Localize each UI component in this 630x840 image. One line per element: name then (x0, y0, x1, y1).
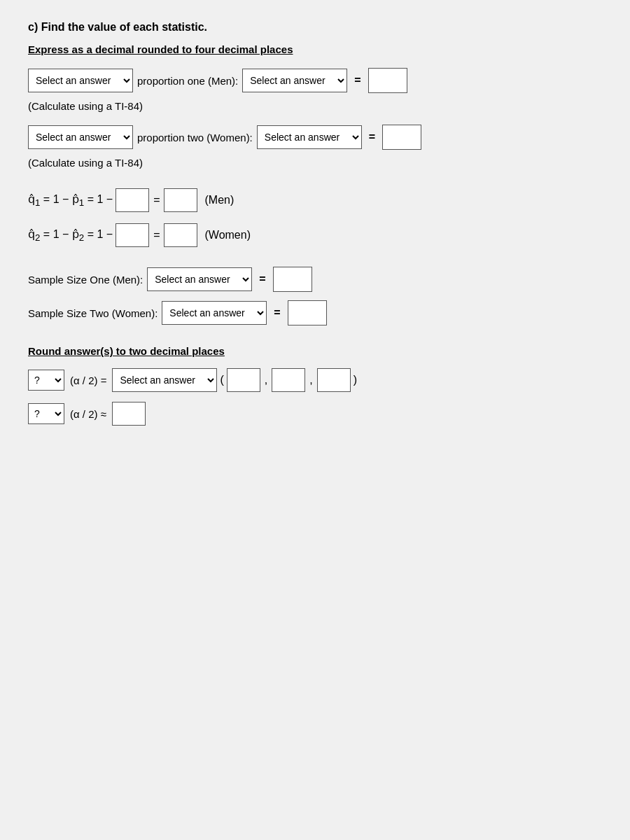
sample-one-equals: = (259, 273, 265, 286)
alpha-approx-box (112, 402, 146, 426)
proportion-two-result-box (382, 125, 421, 150)
sample-two-result-box (288, 300, 327, 326)
alpha-q-select-1[interactable]: ? α β (28, 370, 64, 391)
round-title: Round answer(s) to two decimal places (28, 345, 602, 357)
alpha-answer-select[interactable]: Select an answer z* t* α (112, 368, 217, 392)
sample-one-select[interactable]: Select an answer n₁ n₂ p̂₁ p̂₂ (147, 267, 252, 291)
proportion-one-select-right[interactable]: Select an answer p̂₁ p̂₂ n₁ n₂ (242, 69, 347, 92)
round-section: Round answer(s) to two decimal places ? … (28, 345, 602, 426)
q2-input-box (115, 223, 149, 247)
sample-one-row: Sample Size One (Men): Select an answer … (28, 267, 602, 292)
q1-input-box (115, 188, 149, 212)
alpha-half-label-1: (α / 2) = (70, 374, 106, 386)
sample-one-label: Sample Size One (Men): (28, 274, 143, 286)
alpha-q-select-2[interactable]: ? α β (28, 403, 64, 424)
q2-equals: = (153, 229, 160, 241)
decimal-instruction: Express as a decimal rounded to four dec… (28, 43, 602, 55)
sample-two-equals: = (274, 307, 280, 319)
proportion-one-label: proportion one (Men): (137, 75, 238, 87)
q2-row: q̂2 = 1 − p̂2 = 1 − = (Women) (28, 223, 602, 247)
comma-1: , (265, 374, 267, 386)
calculate-note-1: (Calculate using a TI-84) (28, 100, 602, 112)
comma-2: , (309, 374, 312, 386)
close-paren-1: ) (354, 374, 357, 386)
proportion-one-row: Select an answer p̂₁ p̂₂ n₁ n₂ proportio… (28, 68, 602, 93)
q1-row: q̂1 = 1 − p̂1 = 1 − = (Men) (28, 188, 602, 212)
alpha-half-row-1: ? α β (α / 2) = Select an answer z* t* α… (28, 368, 602, 392)
proportion-two-label: proportion two (Women): (137, 132, 253, 144)
proportion-one-select-left[interactable]: Select an answer p̂₁ p̂₂ n₁ n₂ (28, 69, 133, 92)
q2-formula-text: q̂2 = 1 − p̂2 = 1 − (28, 227, 113, 243)
open-paren-1: ( (220, 374, 223, 386)
page-container: c) Find the value of each statistic. Exp… (0, 0, 630, 840)
math-section: q̂1 = 1 − p̂1 = 1 − = (Men) q̂2 = 1 − p̂… (28, 188, 602, 247)
alpha-half-label-2: (α / 2) ≈ (70, 408, 106, 420)
equals-2: = (369, 131, 375, 144)
alpha-half-row-2: ? α β (α / 2) ≈ (28, 402, 602, 426)
proportion-two-select-right[interactable]: Select an answer p̂₁ p̂₂ n₁ n₂ (257, 125, 362, 149)
sample-two-row: Sample Size Two (Women): Select an answe… (28, 300, 602, 326)
q1-formula-text: q̂1 = 1 − p̂1 = 1 − (28, 192, 113, 208)
q2-result-box (164, 223, 197, 247)
sample-two-label: Sample Size Two (Women): (28, 307, 158, 319)
proportion-two-select-left[interactable]: Select an answer p̂₁ p̂₂ n₁ n₂ (28, 125, 133, 149)
alpha-box-3 (317, 368, 351, 392)
sample-one-result-box (273, 267, 312, 292)
alpha-box-1 (227, 368, 260, 392)
q1-men-label: (Men) (204, 194, 234, 206)
sample-two-select[interactable]: Select an answer n₁ n₂ p̂₁ p̂₂ (162, 301, 267, 325)
q1-result-box (164, 188, 197, 212)
alpha-box-2 (272, 368, 305, 392)
sample-section: Sample Size One (Men): Select an answer … (28, 267, 602, 326)
q1-equals: = (153, 194, 160, 206)
calculate-note-2: (Calculate using a TI-84) (28, 157, 602, 169)
equals-1: = (354, 74, 360, 87)
section-c-title: c) Find the value of each statistic. (28, 21, 602, 34)
proportion-one-result-box (368, 68, 407, 93)
proportion-two-row: Select an answer p̂₁ p̂₂ n₁ n₂ proportio… (28, 125, 602, 150)
q2-women-label: (Women) (204, 229, 251, 241)
